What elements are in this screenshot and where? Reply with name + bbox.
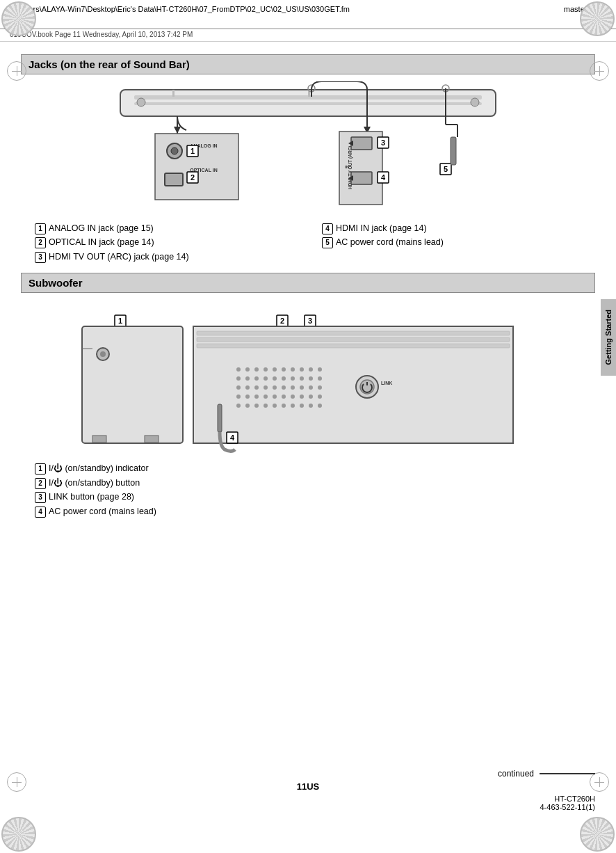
svg-point-79 [245, 385, 250, 390]
jacks-legend-item-3: 3 HDMI TV OUT (ARC) jack (page 14) [35, 251, 308, 264]
svg-point-4 [471, 98, 479, 106]
crosshair-tl [7, 61, 26, 81]
svg-point-103 [282, 404, 286, 408]
svg-point-100 [254, 404, 259, 408]
svg-point-70 [254, 376, 259, 381]
svg-point-82 [273, 385, 277, 390]
model-info: HT-CT260H 4-463-522-11(1) [21, 795, 595, 811]
side-tab: Getting Started [601, 299, 616, 376]
svg-rect-112 [218, 404, 222, 432]
badge-2: 2 [35, 237, 46, 248]
page-header: C:\Users\ALAYA-Win7\Desktop\Eric's Data\… [0, 0, 616, 29]
svg-point-89 [245, 394, 250, 399]
subheader-info: 010COV.book Page 11 Wednesday, April 10,… [0, 29, 616, 42]
sub-legend-item-3: 3 LINK button (page 28) [35, 491, 595, 504]
svg-point-98 [236, 404, 241, 408]
svg-point-94 [291, 394, 295, 399]
svg-point-61 [264, 367, 268, 372]
svg-point-86 [309, 385, 313, 390]
svg-point-71 [264, 376, 268, 381]
svg-point-81 [264, 385, 268, 390]
sub-badge-3: 3 [35, 492, 46, 503]
svg-point-3 [137, 98, 145, 106]
svg-point-66 [309, 367, 313, 372]
svg-point-58 [236, 367, 241, 372]
svg-point-97 [318, 394, 322, 399]
svg-text:1: 1 [118, 317, 122, 325]
main-content: Jacks (on the rear of Sound Bar) ANALOG … [0, 42, 616, 532]
svg-point-83 [282, 385, 286, 390]
svg-point-95 [300, 394, 304, 399]
svg-point-85 [300, 385, 304, 390]
subwoofer-diagram: 1 2 3 [65, 300, 551, 460]
sub-legend-item-1: 1 I/⏻ (on/standby) indicator [35, 463, 595, 475]
badge-3: 3 [35, 252, 46, 263]
svg-point-48 [100, 351, 106, 357]
badge-4: 4 [322, 223, 333, 234]
subwoofer-legend: 1 I/⏻ (on/standby) indicator 2 I/⏻ (on/s… [35, 463, 595, 518]
svg-point-72 [273, 376, 277, 381]
svg-point-92 [273, 394, 277, 399]
svg-point-107 [318, 404, 322, 408]
svg-point-73 [282, 376, 286, 381]
svg-point-96 [309, 394, 313, 399]
svg-text:4: 4 [230, 433, 235, 442]
svg-rect-44 [82, 326, 183, 443]
sub-legend-item-4: 4 AC power cord (mains lead) [35, 506, 595, 518]
svg-point-59 [245, 367, 250, 372]
svg-text:IN: IN [345, 165, 349, 169]
svg-rect-45 [92, 436, 106, 443]
svg-text:4: 4 [381, 173, 386, 182]
svg-point-63 [282, 367, 286, 372]
svg-point-84 [291, 385, 295, 390]
svg-rect-56 [197, 337, 510, 342]
svg-point-68 [236, 376, 241, 381]
page-number: 11US [21, 781, 595, 792]
sub-badge-1: 1 [35, 463, 46, 475]
svg-point-18 [171, 148, 178, 154]
svg-point-102 [273, 404, 277, 408]
svg-text:5: 5 [444, 165, 448, 173]
jacks-section-header: Jacks (on the rear of Sound Bar) [21, 54, 595, 74]
corner-decoration-tl [1, 1, 36, 36]
continued-text: continued [21, 769, 595, 779]
svg-rect-41 [451, 137, 456, 165]
svg-point-67 [318, 367, 322, 372]
crosshair-tr [590, 61, 609, 81]
corner-decoration-br [580, 817, 615, 852]
svg-rect-57 [197, 344, 510, 348]
sub-legend-item-2: 2 I/⏻ (on/standby) button [35, 477, 595, 490]
svg-marker-11 [174, 127, 181, 134]
corner-decoration-tr [580, 1, 615, 36]
svg-point-101 [264, 404, 268, 408]
svg-point-60 [254, 367, 259, 372]
svg-rect-32 [351, 172, 372, 184]
svg-point-74 [291, 376, 295, 381]
svg-point-69 [245, 376, 250, 381]
svg-point-104 [291, 404, 295, 408]
jacks-legend-item-4: 4 HDMI IN jack (page 14) [322, 223, 595, 235]
svg-point-105 [300, 404, 304, 408]
svg-rect-2 [134, 102, 482, 105]
svg-point-90 [254, 394, 259, 399]
svg-point-88 [236, 394, 241, 399]
side-tab-label: Getting Started [604, 310, 613, 365]
corner-decoration-bl [1, 817, 36, 852]
svg-text:2: 2 [280, 317, 284, 325]
sub-badge-2: 2 [35, 478, 46, 489]
soundbar-diagram: ANALOG IN 1 OPTICAL IN 2 HDMI TV OUT (AR… [65, 81, 551, 217]
jacks-legend: 1 ANALOG IN jack (page 15) 4 HDMI IN jac… [35, 223, 595, 264]
page-footer: continued 11US HT-CT260H 4-463-522-11(1) [0, 769, 616, 811]
svg-rect-55 [197, 331, 510, 335]
svg-point-87 [318, 385, 322, 390]
svg-point-78 [236, 385, 241, 390]
svg-point-65 [300, 367, 304, 372]
svg-point-64 [291, 367, 295, 372]
jacks-legend-item-1: 1 ANALOG IN jack (page 15) [35, 223, 308, 235]
svg-text:3: 3 [308, 317, 312, 325]
svg-point-93 [282, 394, 286, 399]
subwoofer-section-header: Subwoofer [21, 273, 595, 293]
svg-point-75 [300, 376, 304, 381]
svg-point-77 [318, 376, 322, 381]
svg-point-76 [309, 376, 313, 381]
